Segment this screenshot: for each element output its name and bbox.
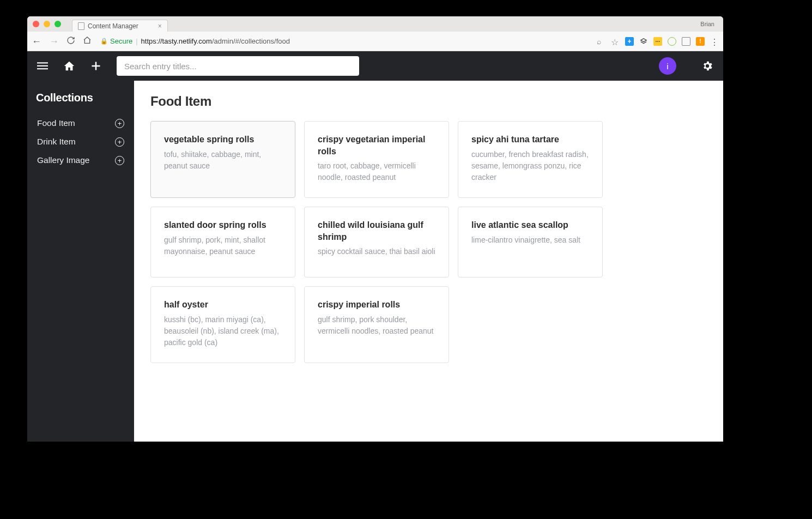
entry-card[interactable]: vegetable spring rollstofu, shiitake, ca…: [150, 121, 295, 198]
browser-window: Content Manager × Brian ← → 🔒 Secure | h…: [27, 16, 723, 442]
extension-plus-icon[interactable]: +: [625, 37, 634, 46]
browser-menu-button[interactable]: ⋮: [710, 37, 719, 46]
browser-tabstrip: Content Manager × Brian: [27, 16, 723, 32]
maximize-window-button[interactable]: [54, 21, 61, 27]
bookmark-star-icon[interactable]: ☆: [611, 37, 620, 46]
card-title: crispy imperial rolls: [318, 299, 435, 311]
sidebar-item-label: Gallery Image: [37, 155, 89, 165]
plus-circle-icon[interactable]: +: [115, 119, 124, 128]
sidebar: Collections Food Item+Drink Item+Gallery…: [27, 81, 134, 442]
secure-indicator: 🔒 Secure: [100, 37, 132, 45]
card-description: lime-cilantro vinaigrette, sea salt: [471, 234, 589, 246]
entry-card[interactable]: chilled wild louisiana gulf shrimpspicy …: [304, 207, 449, 277]
window-controls: [33, 21, 61, 27]
address-bar[interactable]: 🔒 Secure | https://tasty.netlify.com/adm…: [97, 37, 587, 45]
card-description: spicy cocktail sauce, thai basil aioli: [318, 246, 435, 257]
card-title: vegetable spring rolls: [164, 134, 282, 146]
sidebar-item-label: Food Item: [37, 118, 75, 128]
add-icon[interactable]: [90, 61, 101, 71]
search-input[interactable]: [117, 56, 359, 76]
sidebar-item-food-item[interactable]: Food Item+: [36, 114, 125, 132]
extension-icons: ⌕ ☆ + ! ⋮: [597, 37, 719, 46]
reload-button[interactable]: [66, 36, 75, 47]
svg-rect-7: [92, 65, 100, 67]
entry-card[interactable]: crispy vegetarian imperial rollstaro roo…: [304, 121, 449, 198]
sidebar-item-drink-item[interactable]: Drink Item+: [36, 132, 125, 151]
card-description: tofu, shiitake, cabbage, mint, peanut sa…: [164, 149, 282, 172]
user-avatar[interactable]: i: [659, 57, 676, 75]
cast-icon[interactable]: [682, 37, 690, 46]
app-body: Collections Food Item+Drink Item+Gallery…: [27, 81, 723, 442]
browser-toolbar: ← → 🔒 Secure | https://tasty.netlify.com…: [27, 32, 723, 51]
tab-title: Content Manager: [88, 22, 138, 30]
card-description: gulf shrimp, pork, mint, shallot mayonna…: [164, 234, 282, 257]
sidebar-item-gallery-image[interactable]: Gallery Image+: [36, 151, 125, 170]
svg-rect-3: [37, 62, 48, 63]
page-title: Food Item: [150, 94, 707, 109]
page-icon: [78, 22, 84, 30]
entry-card[interactable]: half oysterkusshi (bc), marin miyagi (ca…: [150, 286, 295, 363]
svg-rect-4: [37, 65, 48, 67]
extension-exclaim-icon[interactable]: !: [696, 37, 705, 46]
plus-circle-icon[interactable]: +: [115, 137, 124, 147]
card-title: slanted door spring rolls: [164, 219, 282, 231]
forward-button[interactable]: →: [49, 37, 59, 46]
card-title: live atlantic sea scallop: [471, 219, 589, 231]
svg-point-2: [659, 41, 660, 42]
entry-card[interactable]: live atlantic sea scalloplime-cilantro v…: [458, 207, 603, 277]
plus-circle-icon[interactable]: +: [115, 156, 124, 165]
card-title: chilled wild louisiana gulf shrimp: [318, 219, 435, 243]
minimize-window-button[interactable]: [44, 21, 50, 27]
settings-icon[interactable]: [701, 60, 713, 72]
extension-circle-icon[interactable]: [668, 37, 676, 46]
browser-tab[interactable]: Content Manager ×: [72, 20, 168, 32]
profile-name[interactable]: Brian: [700, 21, 718, 27]
sidebar-title: Collections: [36, 92, 125, 104]
main-content: Food Item vegetable spring rollstofu, sh…: [134, 81, 723, 442]
home-button[interactable]: [83, 36, 92, 47]
card-description: kusshi (bc), marin miyagi (ca), beausole…: [164, 314, 282, 348]
lock-icon: 🔒: [100, 38, 108, 45]
close-tab-button[interactable]: ×: [158, 22, 162, 30]
card-title: half oyster: [164, 299, 282, 311]
home-icon[interactable]: [63, 60, 75, 72]
card-description: gulf shrimp, pork shoulder, vermicelli n…: [318, 314, 435, 337]
entry-card[interactable]: slanted door spring rollsgulf shrimp, po…: [150, 207, 295, 277]
app-header: i: [27, 51, 723, 81]
card-description: cucumber, french breakfast radish, sesam…: [471, 149, 589, 183]
entry-card[interactable]: spicy ahi tuna tartarecucumber, french b…: [458, 121, 603, 198]
card-grid: vegetable spring rollstofu, shiitake, ca…: [150, 121, 707, 363]
svg-point-1: [657, 41, 658, 42]
extension-dots-icon[interactable]: [653, 37, 662, 46]
hamburger-menu-icon[interactable]: [37, 61, 48, 71]
avatar-letter: i: [666, 62, 668, 71]
sidebar-item-label: Drink Item: [37, 137, 76, 147]
secure-label: Secure: [110, 37, 132, 45]
svg-point-0: [656, 41, 657, 42]
entry-card[interactable]: crispy imperial rollsgulf shrimp, pork s…: [304, 286, 449, 363]
extension-stack-icon[interactable]: [639, 37, 648, 46]
svg-rect-5: [37, 68, 48, 69]
card-title: spicy ahi tuna tartare: [471, 134, 589, 146]
url-text: https://tasty.netlify.com/admin/#/collec…: [141, 37, 290, 45]
close-window-button[interactable]: [33, 21, 39, 27]
key-icon[interactable]: ⌕: [597, 37, 605, 46]
back-button[interactable]: ←: [32, 37, 41, 46]
card-description: taro root, cabbage, vermicelli noodle, r…: [318, 160, 435, 183]
card-title: crispy vegetarian imperial rolls: [318, 134, 435, 157]
